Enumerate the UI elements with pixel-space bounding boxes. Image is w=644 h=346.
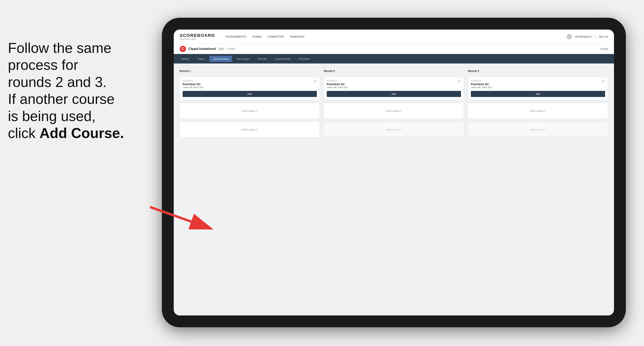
round-2-course-name: Peachtree GC (327, 83, 461, 86)
cancel-button[interactable]: Cancel (600, 47, 608, 50)
round-1-edit-button[interactable]: Edit (182, 91, 317, 97)
round-1-title: Round 1 (180, 69, 320, 73)
logo-subtitle: Powered by clippd (180, 38, 215, 40)
main-content: Round 1 (Course A) Peachtree GC Yellow (… (174, 63, 614, 316)
round-3-course-name: Peachtree GC (471, 83, 605, 86)
tab-tee-groups[interactable]: Tee Groups (233, 56, 254, 62)
tournament-status: Hosting (227, 47, 235, 50)
tournament-logo: C (180, 46, 186, 52)
round-3-course-details: Yellow (M) (6629 yds) (471, 86, 605, 89)
instruction-panel: Follow the same process for rounds 2 and… (0, 31, 150, 150)
logo-area: SCOREBOARD Powered by clippd (180, 33, 215, 40)
nav-committee[interactable]: COMMITTEE (268, 34, 284, 39)
tab-teams[interactable]: Teams (194, 56, 208, 62)
round-3-add-course-2-label: Add Course (530, 128, 544, 131)
tab-course-setup[interactable]: Course Setup (209, 56, 232, 62)
sign-out-link[interactable]: Sign out (598, 35, 608, 38)
round-2-add-course-1-plus: + (400, 109, 402, 113)
tab-results[interactable]: Results (254, 56, 270, 62)
round-2-delete-button[interactable]: ✕ (457, 79, 462, 84)
round-1-column: Round 1 (Course A) Peachtree GC Yellow (… (180, 69, 320, 137)
nav-right: blair@clippd.io | Sign out (566, 34, 608, 39)
round-2-add-course-2-plus: + (400, 128, 402, 131)
round-2-course-details: Yellow (M) (6629 yds) (327, 86, 461, 89)
round-3-add-course-1[interactable]: Add Course + (468, 103, 608, 119)
scoreboard-logo: SCOREBOARD (180, 33, 215, 38)
round-1-add-course-2-plus: + (256, 128, 258, 131)
round-1-add-course-1[interactable]: Add Course + (180, 103, 320, 119)
nav-teams[interactable]: TEAMS (252, 34, 262, 39)
round-1-course-details: Yellow (M) (6629 yds) (182, 86, 317, 89)
round-1-course-card: (Course A) Peachtree GC Yellow (M) (6629… (180, 76, 320, 100)
tab-details[interactable]: Details (178, 56, 193, 62)
round-2-add-course-2-label: Add Course (386, 128, 400, 131)
tablet-screen: SCOREBOARD Powered by clippd TOURNAMENTS… (174, 29, 614, 316)
rounds-grid: Round 1 (Course A) Peachtree GC Yellow (… (180, 69, 608, 137)
round-2-title: Round 2 (324, 69, 464, 73)
nav-links: TOURNAMENTS TEAMS COMMITTEE RANKINGS (225, 34, 567, 39)
round-3-add-course-2-plus: + (544, 128, 546, 131)
top-navigation: SCOREBOARD Powered by clippd TOURNAMENTS… (174, 29, 614, 44)
round-3-add-course-2: Add Course + (468, 122, 608, 137)
round-2-column: Round 2 (Course A) Peachtree GC Yellow (… (324, 69, 464, 137)
round-3-course-card: (Course A) Peachtree GC Yellow (M) (6629… (468, 76, 608, 100)
tab-printables[interactable]: Printables (295, 56, 314, 62)
round-1-add-course-1-label: Add Course (242, 109, 255, 112)
tournament-bar: C Clippd Invitational Men Hosting Cancel (174, 44, 614, 54)
round-3-add-course-1-plus: + (544, 109, 546, 113)
round-3-add-course-1-label: Add Course (530, 109, 544, 112)
round-1-add-course-2-label: Add Course (242, 128, 255, 131)
tabs-bar: Details Teams Course Setup Tee Groups Re… (174, 54, 614, 63)
round-2-add-course-1-label: Add Course (386, 109, 400, 112)
round-3-delete-button[interactable]: ✕ (601, 79, 606, 84)
round-3-course-label: (Course A) (471, 79, 605, 82)
round-1-add-course-1-plus: + (256, 109, 258, 113)
nav-tournaments[interactable]: TOURNAMENTS (225, 34, 246, 39)
separator: | (595, 35, 596, 38)
instruction-bold: Add Course. (40, 125, 124, 141)
round-3-edit-button[interactable]: Edit (471, 91, 605, 97)
tablet-device: SCOREBOARD Powered by clippd TOURNAMENTS… (162, 18, 626, 327)
round-2-course-card: (Course A) Peachtree GC Yellow (M) (6629… (324, 76, 464, 100)
round-2-add-course-2: Add Course + (324, 122, 464, 137)
round-1-course-name: Peachtree GC (182, 83, 317, 86)
tournament-badge: Men (218, 47, 225, 50)
round-1-delete-button[interactable]: ✕ (312, 79, 318, 84)
round-1-course-label: (Course A) (182, 79, 317, 82)
round-2-edit-button[interactable]: Edit (327, 91, 461, 97)
tournament-name: Clippd Invitational (188, 47, 216, 51)
round-2-add-course-1[interactable]: Add Course + (324, 103, 464, 119)
tab-leaderboards[interactable]: Leaderboards (271, 56, 294, 62)
user-email: blair@clippd.io (575, 35, 592, 38)
instruction-text: Follow the same process for rounds 2 and… (8, 40, 124, 141)
round-1-add-course-2[interactable]: Add Course + (180, 122, 320, 137)
round-2-course-label: (Course A) (327, 79, 461, 82)
round-3-column: Round 3 (Course A) Peachtree GC Yellow (… (468, 69, 608, 137)
round-3-title: Round 3 (468, 69, 608, 73)
user-avatar (566, 34, 572, 39)
nav-rankings[interactable]: RANKINGS (290, 34, 304, 39)
